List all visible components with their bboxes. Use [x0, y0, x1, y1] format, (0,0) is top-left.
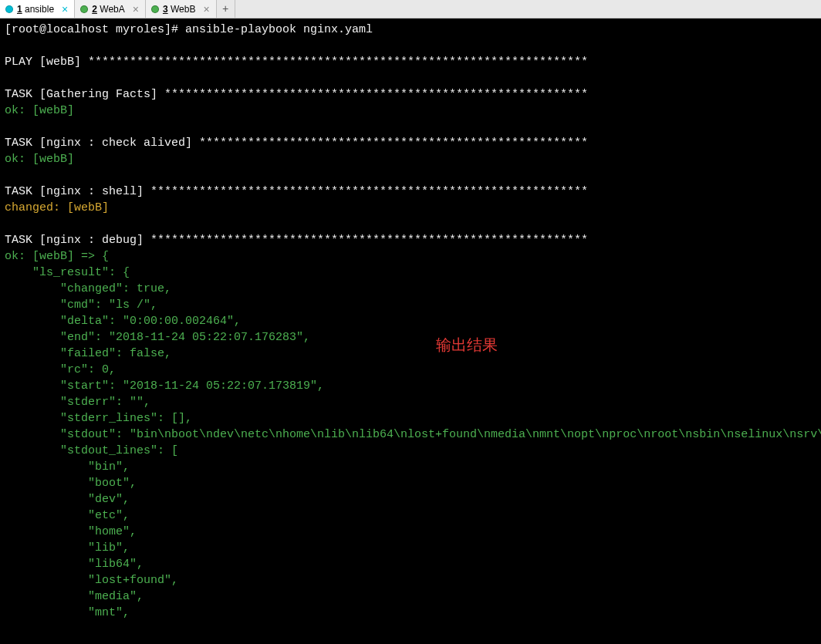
connection-status-icon — [6, 6, 12, 12]
terminal-line: TASK [Gathering Facts] *****************… — [5, 88, 588, 101]
terminal-line: "end": "2018-11-24 05:22:07.176283", — [5, 331, 310, 344]
terminal-line: PLAY [webB] ****************************… — [5, 56, 588, 69]
shell-prompt: [root@localhost myroles]# — [5, 23, 185, 36]
terminal-line: changed: [webB] — [5, 201, 109, 214]
terminal-line: "lost+found", — [5, 574, 178, 587]
terminal-line: "changed": true, — [5, 282, 171, 295]
terminal-line: "home", — [5, 525, 137, 538]
terminal-line: "rc": 0, — [5, 363, 116, 376]
tab-label: 3 WebB — [163, 4, 195, 15]
close-icon[interactable]: × — [130, 3, 139, 15]
terminal-line: "boot", — [5, 477, 137, 490]
terminal-line: "ls_result": { — [5, 266, 130, 279]
terminal-line: "media", — [5, 590, 144, 603]
tab-label: 2 WebA — [92, 4, 124, 15]
tab-webb[interactable]: 3 WebB× — [146, 0, 217, 18]
terminal-line: "mnt", — [5, 606, 130, 619]
terminal-line: ok: [webB] => { — [5, 250, 109, 263]
terminal-line: "stderr_lines": [], — [5, 412, 192, 425]
terminal-line: "start": "2018-11-24 05:22:07.173819", — [5, 379, 324, 393]
connection-status-icon — [81, 6, 87, 12]
tab-weba[interactable]: 2 WebA× — [75, 0, 146, 18]
close-icon[interactable]: × — [200, 3, 209, 15]
terminal-line: TASK [nginx : check alived] ************… — [5, 137, 588, 150]
terminal-line: "stderr": "", — [5, 396, 150, 409]
annotation-label: 输出结果 — [436, 335, 498, 356]
terminal-line: "stdout_lines": [ — [5, 444, 178, 457]
terminal-line: "delta": "0:00:00.002464", — [5, 315, 241, 328]
new-tab-button[interactable]: + — [217, 0, 235, 18]
terminal-line: TASK [nginx : debug] *******************… — [5, 234, 588, 247]
terminal-line: "failed": false, — [5, 347, 171, 360]
terminal-line: "bin", — [5, 460, 130, 474]
terminal-line: "dev", — [5, 493, 130, 506]
terminal-line: "lib64", — [5, 558, 144, 571]
terminal-line: "lib", — [5, 541, 130, 555]
terminal-output[interactable]: [root@localhost myroles]# ansible-playbo… — [0, 19, 821, 624]
terminal-line: ok: [webB] — [5, 153, 74, 166]
terminal-line: "etc", — [5, 509, 130, 522]
terminal-line: TASK [nginx : shell] *******************… — [5, 185, 588, 198]
terminal-line: "cmd": "ls /", — [5, 298, 157, 312]
command-text: ansible-playbook nginx.yaml — [185, 23, 373, 36]
close-icon[interactable]: × — [59, 3, 68, 15]
connection-status-icon — [152, 6, 158, 12]
terminal-line: "stdout": "bin\nboot\ndev\netc\nhome\nli… — [5, 428, 821, 441]
tab-bar: 1 ansible×2 WebA×3 WebB× + — [0, 0, 821, 19]
terminal-line: ok: [webB] — [5, 104, 74, 117]
tab-label: 1 ansible — [17, 4, 54, 15]
tab-ansible[interactable]: 1 ansible× — [0, 0, 75, 18]
